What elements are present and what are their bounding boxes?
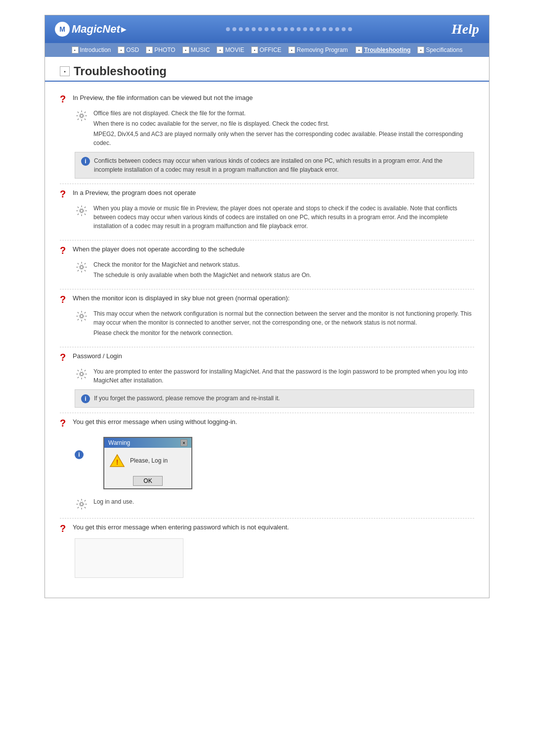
answer-text-2: When you play a movie or music file in P… <box>93 204 474 232</box>
note-text-1: Conflicts between codecs may occur when … <box>94 156 468 174</box>
nav-icon: ▪ <box>251 47 258 53</box>
answer-row-3: Check the monitor for the MagicNet and n… <box>75 260 474 281</box>
nav-icon: ▪ <box>417 47 424 53</box>
note-icon: i <box>81 157 90 166</box>
nav-music[interactable]: ▪ MUSIC <box>179 46 213 54</box>
answer-text-3: Check the monitor for the MagicNet and n… <box>93 260 311 281</box>
answer-area-3: Check the monitor for the MagicNet and n… <box>75 260 474 281</box>
header: M MagicNet ▶ Help <box>45 15 489 43</box>
dot <box>284 27 288 31</box>
page-title-area: ▪ Troubleshooting <box>45 57 489 82</box>
logo-icon: M <box>55 22 70 37</box>
answer-text-4: This may occur when the network configur… <box>93 309 474 339</box>
question-mark: ? <box>60 294 68 305</box>
dot <box>232 27 236 31</box>
answer-area-7 <box>75 538 474 578</box>
close-button[interactable]: × <box>180 439 187 446</box>
main-container: M MagicNet ▶ Help <box>44 15 490 598</box>
answer-area-5: You are prompted to enter the password f… <box>75 367 474 408</box>
question-row-6: ? You get this error message when using … <box>60 418 474 429</box>
faq-item-6: ? You get this error message when using … <box>60 413 474 519</box>
dot <box>348 27 352 31</box>
svg-point-0 <box>80 114 83 117</box>
nav-icon: ▪ <box>118 47 125 53</box>
answer-area-4: This may occur when the network configur… <box>75 309 474 339</box>
nav-icon: ▪ <box>182 47 189 53</box>
answer-text-1: Office files are not displayed. Check th… <box>93 109 474 149</box>
page-title-icon: ▪ <box>60 66 70 76</box>
answer-area-2: When you play a movie or music file in P… <box>75 204 474 232</box>
note-box-5: i If you forget the password, please rem… <box>75 389 474 408</box>
answer-row-5: You are prompted to enter the password f… <box>75 367 474 386</box>
question-mark: ? <box>60 523 68 534</box>
nav-icon: ▪ <box>146 47 153 53</box>
nav-movie[interactable]: ▪ MOVIE <box>214 46 247 54</box>
warning-message: Please, Log in <box>130 457 168 464</box>
header-dots <box>226 27 352 31</box>
logo-arrow: ▶ <box>121 25 127 33</box>
dot <box>329 27 333 31</box>
dot <box>239 27 243 31</box>
nav-office[interactable]: ▪ OFFICE <box>248 46 284 54</box>
dot <box>245 27 249 31</box>
dot <box>252 27 256 31</box>
question-mark: ? <box>60 352 68 363</box>
question-text-6: You get this error message when using wi… <box>73 418 237 425</box>
warning-triangle-icon: ! <box>109 453 125 469</box>
svg-point-8 <box>80 373 83 376</box>
dot <box>258 27 262 31</box>
warning-title: Warning <box>108 439 130 446</box>
dot <box>342 27 346 31</box>
question-row-4: ? When the monitor icon is displayed in … <box>60 294 474 305</box>
answer-text-5: You are prompted to enter the password f… <box>93 367 474 386</box>
question-mark: ? <box>60 189 68 200</box>
nav-introduction[interactable]: ▪ Introduction <box>69 46 114 54</box>
nav-icon: ▪ <box>217 47 223 53</box>
dot <box>277 27 281 31</box>
gear-icon <box>75 498 89 510</box>
answer-area-1: Office files are not displayed. Check th… <box>75 109 474 179</box>
svg-point-12 <box>80 503 83 506</box>
warning-row: i Warning × ! <box>75 433 474 493</box>
svg-point-6 <box>80 315 83 318</box>
dot <box>271 27 275 31</box>
ok-button[interactable]: OK <box>133 476 162 486</box>
question-text-2: In a Preview, the program does not opera… <box>73 189 196 196</box>
question-row-3: ? When the player does not operate accor… <box>60 245 474 256</box>
question-text-7: You get this error message when entering… <box>73 523 289 531</box>
question-mark: ? <box>60 94 68 105</box>
question-text-5: Password / Login <box>73 352 122 360</box>
after-dialog-text: Log in and use. <box>93 497 134 506</box>
nav-troubleshooting[interactable]: ▪ Troubleshooting <box>353 46 413 54</box>
question-mark: ? <box>60 418 68 429</box>
nav-icon: ▪ <box>356 47 362 53</box>
nav-specifications[interactable]: ▪ Specifications <box>414 46 465 54</box>
dot <box>322 27 326 31</box>
help-label: Help <box>451 21 479 37</box>
faq-item-5: ? Password / Login You are prompted to e… <box>60 347 474 413</box>
dot <box>303 27 307 31</box>
note-text-5: If you forget the password, please remov… <box>94 394 280 403</box>
nav-bar: ▪ Introduction ▪ OSD ▪ PHOTO ▪ MUSIC ▪ M… <box>45 43 489 57</box>
nav-photo[interactable]: ▪ PHOTO <box>143 46 178 54</box>
nav-icon: ▪ <box>72 47 79 53</box>
answer-row-1: Office files are not displayed. Check th… <box>75 109 474 149</box>
gear-icon <box>75 310 89 322</box>
dot <box>265 27 268 31</box>
note-icon: i <box>81 394 90 403</box>
warning-body: ! Please, Log in <box>104 448 191 473</box>
question-row-2: ? In a Preview, the program does not ope… <box>60 189 474 200</box>
gear-icon <box>75 261 89 273</box>
faq-item-4: ? When the monitor icon is displayed in … <box>60 289 474 347</box>
nav-osd[interactable]: ▪ OSD <box>115 46 142 54</box>
nav-removing[interactable]: ▪ Removing Program <box>285 46 351 54</box>
question-row-5: ? Password / Login <box>60 352 474 363</box>
logo-text: MagicNet <box>72 23 120 36</box>
question-text-4: When the monitor icon is displayed in sk… <box>73 294 290 302</box>
content-area: ? In Preview, the file information can b… <box>45 84 489 598</box>
after-dialog-row: Log in and use. <box>75 497 474 510</box>
faq-item-1: ? In Preview, the file information can b… <box>60 89 474 184</box>
answer-row-4: This may occur when the network configur… <box>75 309 474 339</box>
answer-row-2: When you play a movie or music file in P… <box>75 204 474 232</box>
dot <box>290 27 294 31</box>
